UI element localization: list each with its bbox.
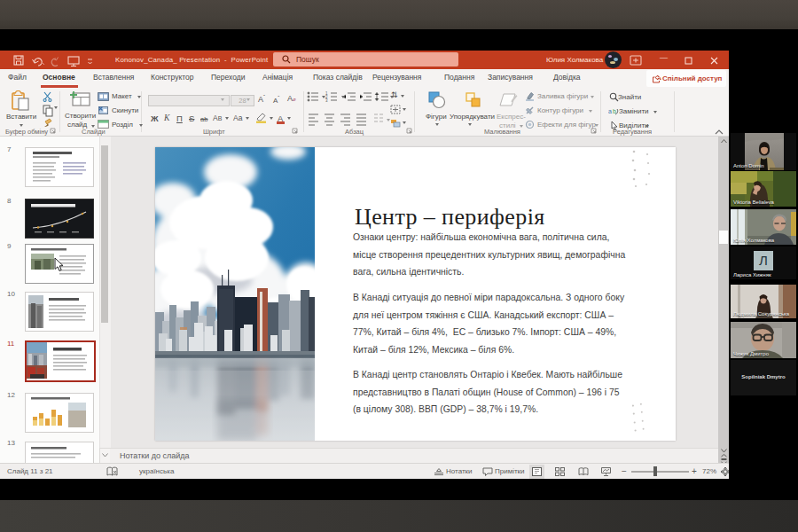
svg-text:a: a	[608, 108, 612, 114]
svg-text:b: b	[613, 108, 616, 114]
svg-text:3: 3	[325, 98, 328, 103]
